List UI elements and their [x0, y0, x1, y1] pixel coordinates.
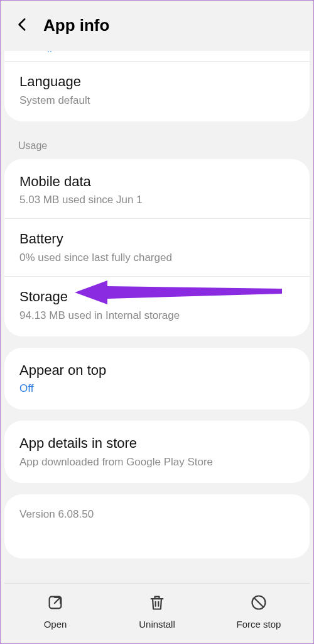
row-store-details[interactable]: App details in store App downloaded from… [4, 423, 310, 480]
header: App info [4, 4, 310, 40]
open-button[interactable]: Open [4, 584, 106, 640]
card-general: .. Language System default [4, 51, 310, 121]
row-title: Mobile data [19, 173, 296, 191]
bottom-bar: Open Uninstall Force stop [4, 583, 310, 640]
uninstall-button[interactable]: Uninstall [106, 584, 208, 640]
open-icon [46, 594, 64, 614]
row-storage[interactable]: Storage 94.13 MB used in Internal storag… [4, 277, 310, 334]
previous-row-stub: .. [47, 52, 310, 57]
row-appear-on-top[interactable]: Appear on top Off [4, 350, 310, 408]
open-label: Open [44, 619, 67, 630]
row-title: Language [19, 73, 296, 91]
row-title: Battery [19, 230, 296, 248]
section-usage-label: Usage [4, 133, 310, 159]
row-sub: 5.03 MB used since Jun 1 [19, 193, 296, 207]
row-sub: App downloaded from Google Play Store [19, 455, 296, 469]
card-appear-on-top: Appear on top Off [4, 348, 310, 410]
row-sub: 0% used since last fully charged [19, 251, 296, 265]
svg-line-3 [55, 597, 60, 603]
row-language[interactable]: Language System default [4, 62, 310, 119]
row-mobile-data[interactable]: Mobile data 5.03 MB used since Jun 1 [4, 162, 310, 219]
row-sub: System default [19, 94, 296, 108]
card-store-details: App details in store App downloaded from… [4, 421, 310, 483]
row-battery[interactable]: Battery 0% used since last fully charged [4, 219, 310, 276]
card-version: Version 6.08.50 [4, 494, 310, 558]
force-stop-label: Force stop [237, 619, 281, 630]
force-stop-button[interactable]: Force stop [208, 584, 310, 640]
uninstall-label: Uninstall [139, 619, 175, 630]
trash-icon [148, 594, 166, 614]
content-scroll[interactable]: .. Language System default Usage Mobile … [4, 51, 310, 583]
app-info-screen: App info .. Language System default Usag… [0, 0, 314, 644]
svg-line-7 [254, 598, 263, 607]
row-sub: Off [19, 382, 296, 396]
row-title: Appear on top [19, 362, 296, 380]
back-icon[interactable] [14, 16, 31, 35]
row-title: Storage [19, 288, 296, 306]
force-stop-icon [250, 594, 268, 614]
page-title: App info [43, 16, 109, 35]
row-sub: 94.13 MB used in Internal storage [19, 309, 296, 323]
version-text: Version 6.08.50 [19, 508, 295, 521]
row-title: App details in store [19, 435, 296, 453]
card-usage: Mobile data 5.03 MB used since Jun 1 Bat… [4, 159, 310, 336]
